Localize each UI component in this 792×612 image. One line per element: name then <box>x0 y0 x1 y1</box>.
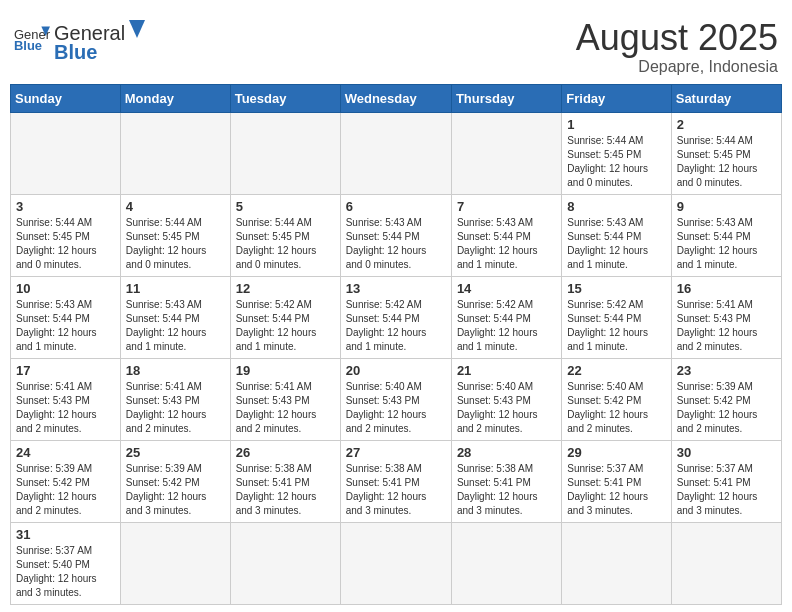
calendar-cell: 7Sunrise: 5:43 AM Sunset: 5:44 PM Daylig… <box>451 194 561 276</box>
calendar-cell <box>562 522 671 604</box>
day-content: Sunrise: 5:40 AM Sunset: 5:43 PM Dayligh… <box>346 380 446 436</box>
day-content: Sunrise: 5:40 AM Sunset: 5:42 PM Dayligh… <box>567 380 665 436</box>
day-content: Sunrise: 5:41 AM Sunset: 5:43 PM Dayligh… <box>126 380 225 436</box>
calendar-cell: 15Sunrise: 5:42 AM Sunset: 5:44 PM Dayli… <box>562 276 671 358</box>
day-content: Sunrise: 5:38 AM Sunset: 5:41 PM Dayligh… <box>346 462 446 518</box>
calendar-cell: 19Sunrise: 5:41 AM Sunset: 5:43 PM Dayli… <box>230 358 340 440</box>
day-number: 18 <box>126 363 225 378</box>
logo-icon: General Blue <box>14 23 50 59</box>
calendar-cell <box>120 522 230 604</box>
day-content: Sunrise: 5:42 AM Sunset: 5:44 PM Dayligh… <box>346 298 446 354</box>
calendar-cell: 21Sunrise: 5:40 AM Sunset: 5:43 PM Dayli… <box>451 358 561 440</box>
calendar-cell: 4Sunrise: 5:44 AM Sunset: 5:45 PM Daylig… <box>120 194 230 276</box>
weekday-header-tuesday: Tuesday <box>230 84 340 112</box>
weekday-header-sunday: Sunday <box>11 84 121 112</box>
day-content: Sunrise: 5:42 AM Sunset: 5:44 PM Dayligh… <box>457 298 556 354</box>
calendar-cell: 2Sunrise: 5:44 AM Sunset: 5:45 PM Daylig… <box>671 112 781 194</box>
day-number: 8 <box>567 199 665 214</box>
day-content: Sunrise: 5:43 AM Sunset: 5:44 PM Dayligh… <box>677 216 776 272</box>
day-content: Sunrise: 5:44 AM Sunset: 5:45 PM Dayligh… <box>677 134 776 190</box>
calendar-cell <box>230 522 340 604</box>
day-number: 9 <box>677 199 776 214</box>
day-number: 25 <box>126 445 225 460</box>
weekday-header-monday: Monday <box>120 84 230 112</box>
calendar-table: SundayMondayTuesdayWednesdayThursdayFrid… <box>10 84 782 605</box>
calendar-cell <box>340 522 451 604</box>
calendar-week-row: 1Sunrise: 5:44 AM Sunset: 5:45 PM Daylig… <box>11 112 782 194</box>
day-content: Sunrise: 5:44 AM Sunset: 5:45 PM Dayligh… <box>567 134 665 190</box>
calendar-cell: 24Sunrise: 5:39 AM Sunset: 5:42 PM Dayli… <box>11 440 121 522</box>
calendar-cell: 14Sunrise: 5:42 AM Sunset: 5:44 PM Dayli… <box>451 276 561 358</box>
svg-marker-3 <box>129 20 145 38</box>
calendar-cell <box>671 522 781 604</box>
calendar-cell: 3Sunrise: 5:44 AM Sunset: 5:45 PM Daylig… <box>11 194 121 276</box>
day-number: 16 <box>677 281 776 296</box>
day-number: 26 <box>236 445 335 460</box>
calendar-cell: 20Sunrise: 5:40 AM Sunset: 5:43 PM Dayli… <box>340 358 451 440</box>
calendar-header-row: SundayMondayTuesdayWednesdayThursdayFrid… <box>11 84 782 112</box>
day-content: Sunrise: 5:44 AM Sunset: 5:45 PM Dayligh… <box>126 216 225 272</box>
calendar-cell: 11Sunrise: 5:43 AM Sunset: 5:44 PM Dayli… <box>120 276 230 358</box>
calendar-cell <box>230 112 340 194</box>
day-number: 6 <box>346 199 446 214</box>
calendar-cell: 28Sunrise: 5:38 AM Sunset: 5:41 PM Dayli… <box>451 440 561 522</box>
day-number: 3 <box>16 199 115 214</box>
calendar-cell: 5Sunrise: 5:44 AM Sunset: 5:45 PM Daylig… <box>230 194 340 276</box>
day-content: Sunrise: 5:39 AM Sunset: 5:42 PM Dayligh… <box>677 380 776 436</box>
day-number: 10 <box>16 281 115 296</box>
calendar-cell: 27Sunrise: 5:38 AM Sunset: 5:41 PM Dayli… <box>340 440 451 522</box>
day-content: Sunrise: 5:42 AM Sunset: 5:44 PM Dayligh… <box>236 298 335 354</box>
day-number: 2 <box>677 117 776 132</box>
weekday-header-wednesday: Wednesday <box>340 84 451 112</box>
day-content: Sunrise: 5:41 AM Sunset: 5:43 PM Dayligh… <box>236 380 335 436</box>
day-number: 4 <box>126 199 225 214</box>
day-content: Sunrise: 5:39 AM Sunset: 5:42 PM Dayligh… <box>126 462 225 518</box>
day-number: 14 <box>457 281 556 296</box>
day-number: 24 <box>16 445 115 460</box>
day-number: 11 <box>126 281 225 296</box>
calendar-cell <box>120 112 230 194</box>
calendar-cell: 30Sunrise: 5:37 AM Sunset: 5:41 PM Dayli… <box>671 440 781 522</box>
day-content: Sunrise: 5:38 AM Sunset: 5:41 PM Dayligh… <box>457 462 556 518</box>
day-number: 23 <box>677 363 776 378</box>
calendar-cell: 13Sunrise: 5:42 AM Sunset: 5:44 PM Dayli… <box>340 276 451 358</box>
day-content: Sunrise: 5:41 AM Sunset: 5:43 PM Dayligh… <box>16 380 115 436</box>
title-area: August 2025 Depapre, Indonesia <box>576 18 778 76</box>
day-content: Sunrise: 5:44 AM Sunset: 5:45 PM Dayligh… <box>16 216 115 272</box>
weekday-header-friday: Friday <box>562 84 671 112</box>
calendar-cell: 10Sunrise: 5:43 AM Sunset: 5:44 PM Dayli… <box>11 276 121 358</box>
day-number: 7 <box>457 199 556 214</box>
day-content: Sunrise: 5:42 AM Sunset: 5:44 PM Dayligh… <box>567 298 665 354</box>
day-content: Sunrise: 5:38 AM Sunset: 5:41 PM Dayligh… <box>236 462 335 518</box>
logo-triangle <box>125 18 147 40</box>
weekday-header-saturday: Saturday <box>671 84 781 112</box>
day-number: 5 <box>236 199 335 214</box>
calendar-cell: 1Sunrise: 5:44 AM Sunset: 5:45 PM Daylig… <box>562 112 671 194</box>
month-year-title: August 2025 <box>576 18 778 58</box>
day-number: 21 <box>457 363 556 378</box>
calendar-cell <box>11 112 121 194</box>
day-number: 27 <box>346 445 446 460</box>
calendar-week-row: 17Sunrise: 5:41 AM Sunset: 5:43 PM Dayli… <box>11 358 782 440</box>
weekday-header-thursday: Thursday <box>451 84 561 112</box>
calendar-cell: 22Sunrise: 5:40 AM Sunset: 5:42 PM Dayli… <box>562 358 671 440</box>
day-number: 29 <box>567 445 665 460</box>
calendar-cell <box>451 522 561 604</box>
logo: General Blue General Blue <box>14 18 147 64</box>
location-subtitle: Depapre, Indonesia <box>576 58 778 76</box>
header: General Blue General Blue August 2025 De… <box>10 10 782 76</box>
day-number: 13 <box>346 281 446 296</box>
day-content: Sunrise: 5:40 AM Sunset: 5:43 PM Dayligh… <box>457 380 556 436</box>
calendar-cell: 23Sunrise: 5:39 AM Sunset: 5:42 PM Dayli… <box>671 358 781 440</box>
calendar-cell <box>451 112 561 194</box>
calendar-cell: 6Sunrise: 5:43 AM Sunset: 5:44 PM Daylig… <box>340 194 451 276</box>
day-number: 12 <box>236 281 335 296</box>
day-content: Sunrise: 5:43 AM Sunset: 5:44 PM Dayligh… <box>126 298 225 354</box>
calendar-cell: 12Sunrise: 5:42 AM Sunset: 5:44 PM Dayli… <box>230 276 340 358</box>
day-content: Sunrise: 5:43 AM Sunset: 5:44 PM Dayligh… <box>457 216 556 272</box>
day-number: 15 <box>567 281 665 296</box>
calendar-cell: 25Sunrise: 5:39 AM Sunset: 5:42 PM Dayli… <box>120 440 230 522</box>
calendar-week-row: 10Sunrise: 5:43 AM Sunset: 5:44 PM Dayli… <box>11 276 782 358</box>
day-content: Sunrise: 5:43 AM Sunset: 5:44 PM Dayligh… <box>567 216 665 272</box>
calendar-cell: 9Sunrise: 5:43 AM Sunset: 5:44 PM Daylig… <box>671 194 781 276</box>
